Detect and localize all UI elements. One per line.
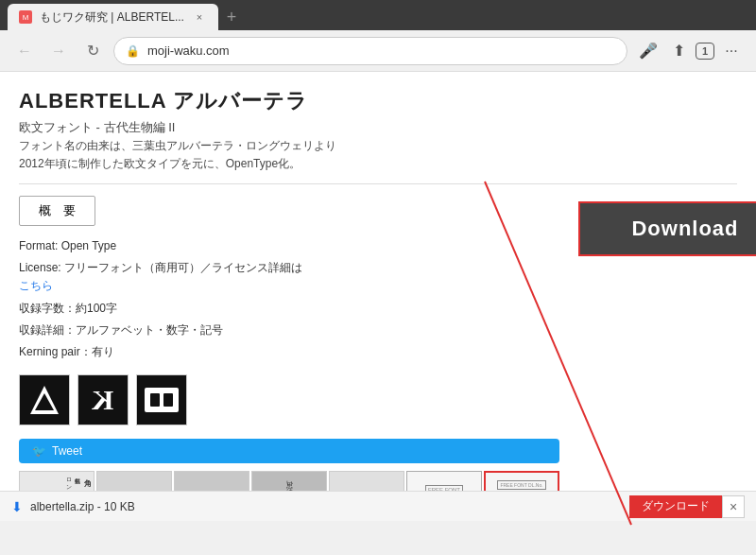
tweet-button[interactable]: 🐦 Tweet <box>19 439 559 463</box>
right-panel: Download <box>578 196 756 491</box>
new-tab-button[interactable]: + <box>218 4 245 30</box>
more-button[interactable]: ··· <box>718 38 745 64</box>
tweet-label: Tweet <box>52 444 82 458</box>
license-link[interactable]: こちら <box>19 279 53 292</box>
forward-button[interactable]: → <box>45 38 72 64</box>
thumbnail-strip: 角 輻射虫 ロンドー 5 連鎖体 新古弥 思いは遡ろ―古 旧マ もじワク研究 F <box>19 471 559 491</box>
reload-icon: ↻ <box>87 42 99 60</box>
navigation-bar: ← → ↻ 🔒 moji-waku.com 🎤 ⬆ 1 ··· <box>0 30 756 72</box>
svg-rect-3 <box>150 393 160 407</box>
microphone-button[interactable]: 🎤 <box>635 38 662 64</box>
format-info: Format: Open Type <box>19 237 559 255</box>
left-panel: 概 要 Format: Open Type License: フリーフォント（商… <box>19 196 559 491</box>
divider <box>19 183 737 184</box>
font-icon-3 <box>136 374 187 425</box>
summary-button[interactable]: 概 要 <box>19 196 95 226</box>
tab-favicon: M <box>19 10 32 24</box>
page-content: ALBERTELLA アルバーテラ 欧文フォント - 古代生物編 II フォント… <box>0 72 756 491</box>
active-tab[interactable]: M もじワク研究 | ALBERTEL... × <box>8 4 218 30</box>
thumb-4: 思いは遡ろ―古 旧マ <box>251 471 327 491</box>
tab-count-badge[interactable]: 1 <box>696 43 714 60</box>
download-bar-icon: ⬇ <box>11 499 23 514</box>
lock-icon: 🔒 <box>126 44 140 58</box>
download-bar: ⬇ albertella.zip - 10 KB ダウンロード × <box>0 491 756 521</box>
main-area: 概 要 Format: Open Type License: フリーフォント（商… <box>19 196 737 491</box>
back-icon: ← <box>17 43 32 60</box>
license-info: License: フリーフォント（商用可）／ライセンス詳細は こちら <box>19 259 559 295</box>
thumb-2: 5 連鎖体 <box>96 471 172 491</box>
font-icon-2: K <box>77 374 129 425</box>
back-button[interactable]: ← <box>11 38 38 64</box>
download-close-button[interactable]: × <box>722 495 745 518</box>
font-icon-1 <box>19 374 70 425</box>
address-bar[interactable]: 🔒 moji-waku.com <box>113 37 627 65</box>
tab-close-button[interactable]: × <box>192 9 207 25</box>
thumb-7: FREE FONT DL.No. な さき <box>484 471 559 491</box>
tab-bar: M もじワク研究 | ALBERTEL... × + <box>0 0 756 30</box>
share-button[interactable]: ⬆ <box>665 38 692 64</box>
thumb-3: 新古弥 <box>174 471 249 491</box>
font-title: ALBERTELLA アルバーテラ <box>19 87 737 115</box>
thumb-6: FREE FONT 負 <box>406 471 482 491</box>
kerning-info: Kerning pair：有り <box>19 343 559 361</box>
thumb-5: もじワク研究 <box>329 471 404 491</box>
svg-rect-4 <box>163 393 173 407</box>
font-icons: K <box>19 374 559 425</box>
download-action-button[interactable]: ダウンロード <box>629 495 722 518</box>
tab-title: もじワク研究 | ALBERTEL... <box>40 9 184 26</box>
char-count-info: 収録字数：約100字 <box>19 300 559 318</box>
reload-button[interactable]: ↻ <box>79 38 106 64</box>
font-desc1: フォント名の由来は、三葉虫アルバーテラ・ロングウェリより <box>19 138 737 154</box>
svg-rect-2 <box>145 388 179 412</box>
nav-right-buttons: 🎤 ⬆ 1 ··· <box>635 38 745 64</box>
download-button[interactable]: Download <box>578 201 756 256</box>
download-bar-right: ダウンロード × <box>629 495 745 518</box>
license-text: License: フリーフォント（商用可）／ライセンス詳細は <box>19 261 302 274</box>
thumb-1: 角 輻射虫 ロンドー <box>19 471 94 491</box>
download-filename: albertella.zip - 10 KB <box>30 500 135 513</box>
twitter-icon: 🐦 <box>32 444 46 458</box>
font-subtitle: 欧文フォント - 古代生物編 II <box>19 119 737 136</box>
forward-icon: → <box>51 43 66 60</box>
font-desc2: 2012年頃に制作した欧文タイプを元に、OpenType化。 <box>19 156 737 172</box>
address-text: moji-waku.com <box>147 43 615 58</box>
char-detail-info: 収録詳細：アルファベット・数字・記号 <box>19 321 559 339</box>
